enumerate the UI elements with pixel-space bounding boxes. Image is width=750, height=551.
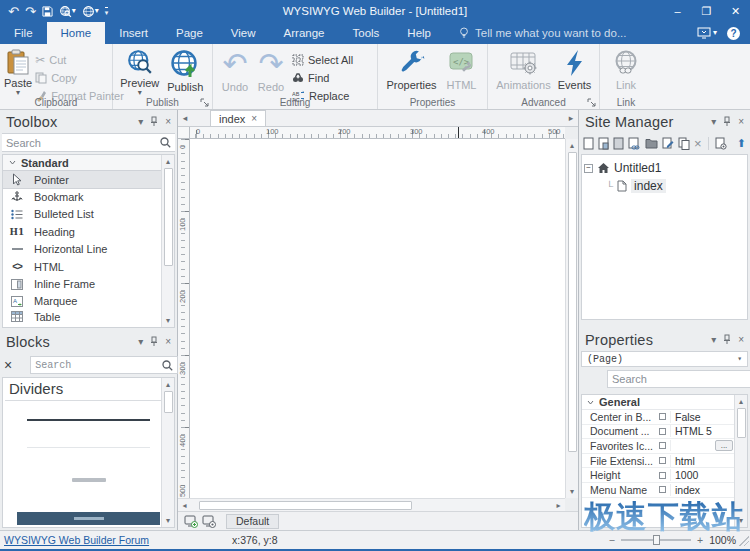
close-button[interactable]: ✕ <box>721 0 750 22</box>
add-page-icon[interactable] <box>598 137 609 150</box>
page-properties-icon[interactable] <box>715 137 727 150</box>
site-manager-menu-icon[interactable]: ▾ <box>711 116 716 127</box>
toolbox-item-marquee[interactable]: A Marquee <box>3 293 174 310</box>
site-manager-close-icon[interactable]: × <box>738 116 744 127</box>
master-page-icon[interactable] <box>613 137 624 150</box>
blocks-section-dividers[interactable]: Dividers <box>5 378 172 401</box>
display-options-icon[interactable]: ▾ <box>697 27 717 39</box>
properties-section-general[interactable]: General <box>582 395 747 410</box>
redo-icon[interactable]: ↷ <box>25 5 36 18</box>
publish-button[interactable]: Publish <box>163 47 209 95</box>
blocks-pin-icon[interactable] <box>150 336 158 347</box>
blocks-close-icon[interactable]: × <box>165 336 171 347</box>
page-canvas[interactable] <box>190 139 565 498</box>
toolbox-menu-icon[interactable]: ▾ <box>138 116 143 127</box>
move-up-icon[interactable]: ⬆ <box>737 137 746 150</box>
blocks-menu-icon[interactable]: ▾ <box>138 336 143 347</box>
select-all-button[interactable]: Select All <box>289 51 356 68</box>
blocks-search[interactable] <box>30 356 178 374</box>
canvas-horizontal-scrollbar[interactable]: ◂ ▸ <box>178 498 565 511</box>
site-root-label[interactable]: Untitled1 <box>614 161 661 175</box>
preview-button[interactable]: Preview ▾ <box>117 47 163 95</box>
site-page-label[interactable]: index <box>631 179 666 193</box>
tab-arrange[interactable]: Arrange <box>270 22 339 44</box>
undo-icon[interactable]: ↶ <box>8 5 19 18</box>
find-button[interactable]: Find <box>289 69 356 86</box>
divider-block-text[interactable] <box>3 478 174 482</box>
toolbox-pin-icon[interactable] <box>150 116 158 127</box>
edit-page-icon[interactable] <box>662 137 674 150</box>
blocks-delete-icon[interactable]: × <box>4 358 12 372</box>
divider-block-thin[interactable] <box>27 447 150 448</box>
clone-page-icon[interactable] <box>678 137 690 150</box>
scroll-down-icon[interactable]: ▾ <box>566 485 578 498</box>
breakpoint-default-chip[interactable]: Default <box>226 514 279 529</box>
property-target-select[interactable]: (Page) ▾ <box>581 351 748 367</box>
zoom-slider-thumb[interactable] <box>653 535 660 545</box>
scroll-down-icon[interactable]: ▾ <box>162 514 174 527</box>
scroll-down-icon[interactable]: ▾ <box>735 514 747 527</box>
delete-page-icon[interactable]: × <box>694 137 702 150</box>
tab-page[interactable]: Page <box>162 22 217 44</box>
resize-grip[interactable] <box>739 536 749 546</box>
tab-file[interactable]: File <box>0 22 47 44</box>
property-row-height[interactable]: Height 1000 <box>582 468 747 483</box>
minimize-button[interactable]: – <box>663 0 692 22</box>
properties-search[interactable] <box>607 370 750 388</box>
toolbox-category-standard[interactable]: Standard <box>3 155 174 171</box>
scroll-up-icon[interactable]: ▴ <box>162 155 174 168</box>
tell-me-box[interactable]: Tell me what you want to do... <box>459 27 627 39</box>
property-row-file-extension[interactable]: File Extensi... html <box>582 454 747 469</box>
manage-breakpoints-icon[interactable] <box>202 515 216 528</box>
toolbox-scrollbar[interactable]: ▴ ▾ <box>161 155 174 327</box>
property-row-center-in-browser[interactable]: Center in B... False <box>582 410 747 425</box>
scroll-up-icon[interactable]: ▴ <box>162 378 174 391</box>
property-row-favorites-icon[interactable]: Favorites Ic... ... <box>582 439 747 454</box>
tab-view[interactable]: View <box>217 22 270 44</box>
toolbox-item-table[interactable]: Table <box>3 310 174 323</box>
scroll-right-icon[interactable]: ▸ <box>552 501 565 510</box>
toolbox-item-horizontal-line[interactable]: Horizontal Line <box>3 241 174 258</box>
undo-button[interactable]: ↶ Undo <box>217 47 253 95</box>
maximize-button[interactable]: ❐ <box>692 0 721 22</box>
toolbox-item-html[interactable]: <> HTML <box>3 258 174 275</box>
publish-dialog-launcher-icon[interactable] <box>200 98 209 107</box>
help-icon[interactable]: ? <box>727 27 740 40</box>
canvas-vertical-scrollbar[interactable]: ▴ ▾ <box>565 139 578 498</box>
zoom-in-icon[interactable]: + <box>697 534 703 546</box>
tab-help[interactable]: Help <box>393 22 445 44</box>
link-button[interactable]: Link <box>606 47 646 95</box>
new-page-icon[interactable] <box>583 137 594 150</box>
forum-link[interactable]: WYSIWYG Web Builder Forum <box>0 534 228 546</box>
property-row-document-type[interactable]: Document ... HTML 5 <box>582 425 747 440</box>
folder-icon[interactable] <box>645 138 658 149</box>
properties-button[interactable]: Properties <box>383 47 441 95</box>
paste-button[interactable]: Paste ▾ <box>4 47 32 95</box>
advanced-dialog-launcher-icon[interactable] <box>587 98 596 107</box>
toolbox-item-bulleted-list[interactable]: Bulleted List <box>3 206 174 223</box>
page-link-icon[interactable] <box>628 137 641 150</box>
properties-search-input[interactable] <box>612 373 750 385</box>
site-manager-pin-icon[interactable] <box>723 116 731 127</box>
toolbox-item-inline-frame[interactable]: Inline Frame <box>3 275 174 292</box>
property-row-menu-name[interactable]: Menu Name index <box>582 483 747 498</box>
zoom-slider[interactable] <box>621 539 691 541</box>
scroll-left-icon[interactable]: ◂ <box>178 501 191 510</box>
properties-close-icon[interactable]: × <box>738 334 744 345</box>
divider-block-line[interactable] <box>27 419 150 421</box>
blocks-scrollbar[interactable]: ▴ ▾ <box>161 378 174 527</box>
toolbox-search[interactable] <box>2 133 175 152</box>
document-tab-index[interactable]: index × <box>210 110 266 126</box>
toolbox-search-input[interactable] <box>6 137 160 149</box>
tab-scroll-right-icon[interactable]: ▸ <box>564 110 578 126</box>
browse-button[interactable]: ... <box>715 440 733 451</box>
toolbox-item-bookmark[interactable]: Bookmark <box>3 188 174 205</box>
tab-close-icon[interactable]: × <box>251 113 257 124</box>
blocks-search-input[interactable] <box>35 360 162 371</box>
toolbox-item-pointer[interactable]: Pointer <box>3 171 174 188</box>
toolbox-item-heading[interactable]: H1 Heading <box>3 223 174 240</box>
tab-tools[interactable]: Tools <box>338 22 393 44</box>
preview-quick-icon[interactable]: ▾ <box>59 5 76 18</box>
toolbox-close-icon[interactable]: × <box>165 116 171 127</box>
scroll-up-icon[interactable]: ▴ <box>735 395 747 408</box>
